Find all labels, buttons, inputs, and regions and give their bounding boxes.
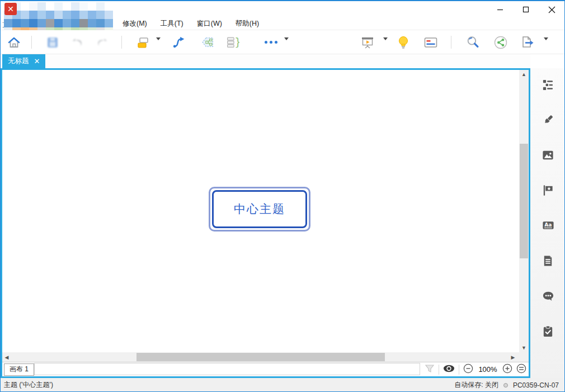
separator — [459, 365, 459, 375]
vertical-scrollbar[interactable]: ▲ ▼ — [519, 70, 529, 352]
redo-icon[interactable] — [95, 35, 109, 50]
horizontal-scrollbar-thumb[interactable] — [136, 353, 385, 361]
home-icon[interactable] — [7, 35, 21, 50]
toolbar: } — [1, 30, 564, 54]
right-sidebar: Aa — [530, 68, 565, 378]
central-topic[interactable]: 中心主题 — [212, 190, 307, 228]
tab-close-icon[interactable]: ✕ — [34, 58, 40, 65]
close-button[interactable] — [539, 1, 564, 18]
toolbar-separator — [121, 36, 122, 49]
document-tab-bar: 无标题 ✕ — [1, 54, 530, 68]
maximize-button[interactable] — [513, 1, 539, 18]
vertical-scrollbar-thumb[interactable] — [520, 144, 528, 258]
canvas-controls: 100% — [425, 363, 529, 375]
svg-text:Aa: Aa — [544, 222, 552, 228]
selection-info: 主题 ('中心主题') — [4, 380, 53, 390]
central-topic-label: 中心主题 — [234, 201, 285, 217]
app-logo-icon: ✕ — [4, 3, 17, 15]
sheet-bar-empty-area[interactable] — [34, 363, 420, 375]
comments-icon[interactable] — [542, 289, 555, 303]
tasks-banner-icon[interactable] — [423, 35, 438, 50]
svg-text:}: } — [234, 36, 239, 48]
document-tab-untitled[interactable]: 无标题 ✕ — [2, 54, 45, 68]
search-icon[interactable] — [465, 35, 480, 50]
status-bar: 主题 ('中心主题') 自动保存: 关闭 PC0359-CN-07 — [1, 378, 564, 392]
export-dropdown[interactable] — [544, 40, 549, 46]
undo-icon[interactable] — [70, 35, 85, 50]
presentation-dropdown[interactable] — [383, 40, 389, 46]
scroll-left-icon[interactable]: ◀ — [2, 352, 11, 362]
window-controls — [487, 1, 564, 18]
horizontal-scrollbar[interactable]: ◀ ▶ — [2, 352, 529, 362]
insert-topic-icon[interactable] — [136, 35, 150, 50]
central-topic-selection-ring: 中心主题 — [209, 187, 310, 232]
zoom-in-icon[interactable] — [502, 363, 512, 375]
menu-help[interactable]: 帮助(H) — [233, 18, 261, 30]
outline-icon[interactable]: } — [225, 35, 239, 50]
minimize-button[interactable] — [487, 1, 513, 18]
fonts-text-icon[interactable]: Aa — [542, 219, 555, 232]
mindmap-canvas[interactable]: 中心主题 ▲ ▼ — [2, 70, 529, 352]
summary-icon[interactable] — [200, 35, 215, 50]
scroll-down-icon[interactable]: ▼ — [519, 343, 529, 352]
toolbar-separator — [451, 36, 451, 49]
toolbar-separator — [31, 36, 32, 49]
autosave-status: 自动保存: 关闭 — [454, 380, 498, 390]
sheet-tab-label: 画布 1 — [10, 365, 29, 374]
zoom-menu-icon[interactable] — [516, 363, 526, 375]
tab-label: 无标题 — [8, 56, 29, 66]
relationship-icon[interactable] — [171, 35, 186, 50]
brainstorming-bulb-icon[interactable] — [396, 35, 411, 50]
visibility-eye-icon[interactable] — [443, 364, 455, 375]
filter-icon[interactable] — [425, 363, 435, 375]
menu-tools[interactable]: 工具(T) — [158, 18, 186, 30]
format-brush-icon[interactable] — [542, 113, 555, 126]
menu-modify[interactable]: 修改(M) — [120, 18, 149, 30]
save-icon[interactable] — [45, 35, 60, 50]
markers-flag-icon[interactable] — [542, 183, 555, 197]
share-icon[interactable] — [493, 35, 508, 50]
insert-topic-dropdown[interactable] — [156, 40, 162, 46]
sheet-tab-canvas1[interactable]: 画布 1 — [4, 363, 34, 376]
task-checklist-icon[interactable] — [542, 324, 555, 338]
menu-window[interactable]: 窗口(W) — [195, 18, 224, 30]
scroll-up-icon[interactable]: ▲ — [519, 70, 529, 79]
mindmap-editor-frame: 中心主题 ▲ ▼ ◀ ▶ 画布 1 — [1, 68, 530, 378]
zoom-out-icon[interactable] — [463, 363, 473, 375]
properties-structure-icon[interactable] — [542, 78, 555, 91]
app-window: 文 修改(M) 工具(T) 窗口(W) 帮助(H) ✕ — [0, 0, 565, 392]
sheet-bar: 画布 1 100% — [2, 362, 529, 376]
image-stickers-icon[interactable] — [542, 148, 555, 162]
notes-icon[interactable] — [542, 254, 555, 267]
separator — [439, 365, 439, 375]
more-tools-icon[interactable] — [261, 35, 280, 50]
scroll-right-icon[interactable]: ▶ — [509, 352, 517, 362]
zoom-level-value: 100% — [477, 365, 498, 374]
device-name: PC0359-CN-07 — [513, 381, 559, 389]
status-dot-icon — [503, 383, 508, 388]
presentation-icon[interactable] — [360, 35, 375, 50]
export-icon[interactable] — [520, 35, 535, 50]
more-tools-dropdown[interactable] — [284, 40, 290, 46]
